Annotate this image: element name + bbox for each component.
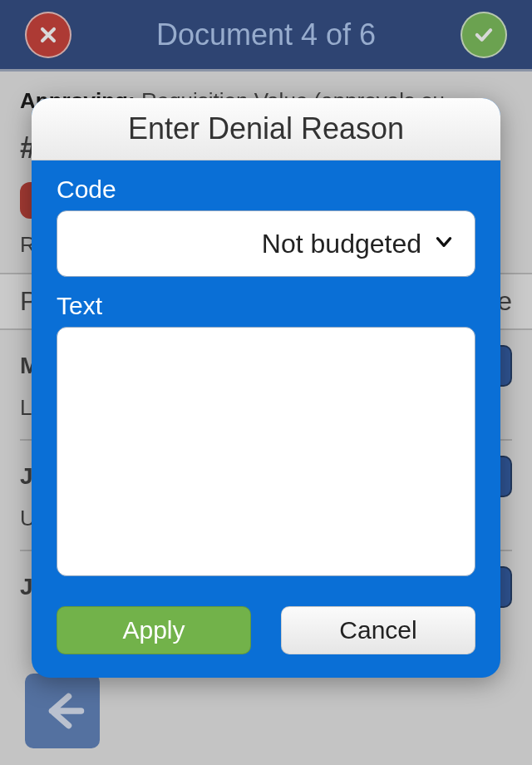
apply-button[interactable]: Apply [57,606,251,654]
modal-title: Enter Denial Reason [32,98,500,160]
cancel-button[interactable]: Cancel [281,606,475,654]
code-label: Code [57,175,475,204]
chevron-down-icon [433,229,455,259]
denial-reason-modal: Enter Denial Reason Code Not budgeted Te… [32,98,500,678]
code-select[interactable]: Not budgeted [57,210,475,277]
code-value: Not budgeted [262,229,421,259]
text-label: Text [57,292,475,320]
reason-text-input[interactable] [57,327,475,576]
